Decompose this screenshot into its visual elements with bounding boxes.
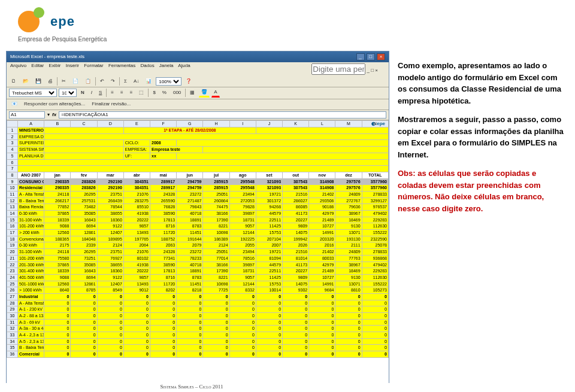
align-right-icon[interactable]: ≡: [128, 89, 135, 97]
col-header[interactable]: I: [229, 121, 256, 127]
cell[interactable]: 8785: [71, 287, 97, 294]
cell[interactable]: 0: [229, 313, 256, 320]
row-label[interactable]: B - Baixa Tensão: [18, 345, 44, 351]
cell[interactable]: 0: [229, 306, 256, 313]
cell[interactable]: 0: [123, 319, 150, 326]
cell[interactable]: 290335: [44, 178, 71, 185]
cell[interactable]: 22511: [256, 268, 282, 275]
cell[interactable]: 8218: [177, 287, 203, 294]
cell[interactable]: 81094: [256, 255, 282, 262]
cell[interactable]: 14991: [309, 230, 335, 236]
cell[interactable]: 24328: [150, 249, 177, 256]
cell[interactable]: 2124: [97, 242, 123, 249]
cell[interactable]: 0: [44, 351, 71, 358]
cell[interactable]: 0: [177, 300, 203, 306]
cell[interactable]: 9122: [97, 274, 123, 281]
cell[interactable]: 76927: [97, 255, 123, 262]
review-icon[interactable]: 📧: [9, 101, 20, 108]
cell[interactable]: 0: [256, 293, 282, 300]
cell[interactable]: 0: [229, 351, 256, 358]
cell[interactable]: 86085: [283, 204, 309, 211]
cell[interactable]: 0: [123, 351, 150, 358]
cell[interactable]: 260864: [203, 197, 229, 204]
cell[interactable]: 85510: [123, 204, 150, 211]
menu-editar[interactable]: Editar: [31, 63, 44, 68]
cell[interactable]: 9130: [335, 223, 362, 230]
maximize-button[interactable]: □: [367, 53, 375, 60]
cell[interactable]: 11720: [150, 281, 177, 287]
cell[interactable]: 0: [71, 351, 97, 358]
cell[interactable]: 0: [335, 326, 362, 332]
cell[interactable]: 8202: [150, 287, 177, 294]
cell[interactable]: 9809: [283, 223, 309, 230]
cell[interactable]: 272053: [229, 197, 256, 204]
zoom-select[interactable]: 100%: [156, 77, 181, 86]
fill-color-icon[interactable]: 🪣: [199, 89, 210, 98]
row-label[interactable]: A-2 - 88 a 138 kV: [18, 313, 44, 320]
menu-exibir[interactable]: Exibir: [49, 63, 61, 68]
row-label[interactable]: Residencial: [18, 185, 44, 192]
cell[interactable]: 0: [309, 351, 335, 358]
col-header[interactable]: J: [256, 121, 282, 127]
cell[interactable]: 94268: [256, 204, 282, 211]
minimize-button[interactable]: _: [356, 53, 365, 60]
cell[interactable]: 8640: [44, 287, 71, 294]
menu-ferramentas[interactable]: Ferramentas: [108, 63, 135, 68]
cell[interactable]: 24118: [44, 191, 71, 197]
cell[interactable]: 77014: [203, 255, 229, 262]
menu-formatar[interactable]: Formatar: [84, 63, 103, 68]
cell[interactable]: 321093: [256, 178, 282, 185]
row-label[interactable]: 201-300 kWh: [18, 262, 44, 268]
cell[interactable]: 0: [97, 306, 123, 313]
cell[interactable]: 0: [177, 351, 203, 358]
cell[interactable]: 81014: [283, 255, 309, 262]
cell[interactable]: 3299127: [362, 197, 388, 204]
cell[interactable]: 0: [256, 300, 282, 306]
cell[interactable]: 0: [309, 319, 335, 326]
cell[interactable]: 8783: [177, 223, 203, 230]
cell[interactable]: 2026: [283, 242, 309, 249]
cell[interactable]: 12861: [71, 281, 97, 287]
cell[interactable]: 18360: [97, 217, 123, 223]
cell[interactable]: 26295: [71, 249, 97, 256]
row-label[interactable]: 501-1000 kWh: [18, 281, 44, 287]
cell[interactable]: 9130: [335, 274, 362, 281]
cell[interactable]: 38655: [97, 262, 123, 268]
cell[interactable]: 0: [150, 313, 177, 320]
cell[interactable]: 0: [123, 293, 150, 300]
cell[interactable]: 11451: [177, 281, 203, 287]
cell[interactable]: 8783: [177, 274, 203, 281]
row-label[interactable]: 31-100 kWh: [18, 217, 44, 223]
cell[interactable]: 24328: [150, 191, 177, 197]
cell[interactable]: 38166: [203, 211, 229, 217]
row-label[interactable]: A-3a - 30 a 44 kV: [18, 326, 44, 332]
cell[interactable]: 12144: [229, 281, 256, 287]
cell[interactable]: 73482: [71, 204, 97, 211]
cell[interactable]: 0: [203, 338, 229, 345]
cell[interactable]: 90186: [309, 204, 335, 211]
cell[interactable]: 0: [44, 345, 71, 351]
cell[interactable]: 0: [203, 326, 229, 332]
row-label[interactable]: 0-30 kWh: [18, 211, 44, 217]
cell[interactable]: 42979: [309, 262, 335, 268]
cell[interactable]: 0: [283, 332, 309, 339]
cell[interactable]: 2322590: [362, 236, 388, 242]
cell[interactable]: 13493: [123, 281, 150, 287]
cell[interactable]: 0: [362, 351, 388, 358]
cell[interactable]: 78544: [97, 204, 123, 211]
cell[interactable]: 2079: [177, 242, 203, 249]
cell[interactable]: 2007: [256, 242, 282, 249]
cell[interactable]: 0: [256, 313, 282, 320]
cell[interactable]: 0: [362, 345, 388, 351]
cell[interactable]: 78516: [229, 255, 256, 262]
col-header[interactable]: H: [203, 121, 229, 127]
cell[interactable]: 23272: [177, 249, 203, 256]
cell[interactable]: 10698: [203, 281, 229, 287]
cell[interactable]: 266217: [44, 197, 71, 204]
italic-button[interactable]: I: [89, 89, 95, 97]
cell[interactable]: 0: [150, 351, 177, 358]
cell[interactable]: 21489: [309, 217, 335, 223]
col-header[interactable]: E: [123, 121, 150, 127]
menu-ajuda[interactable]: Ajuda: [178, 63, 190, 68]
cell[interactable]: 23272: [177, 191, 203, 197]
